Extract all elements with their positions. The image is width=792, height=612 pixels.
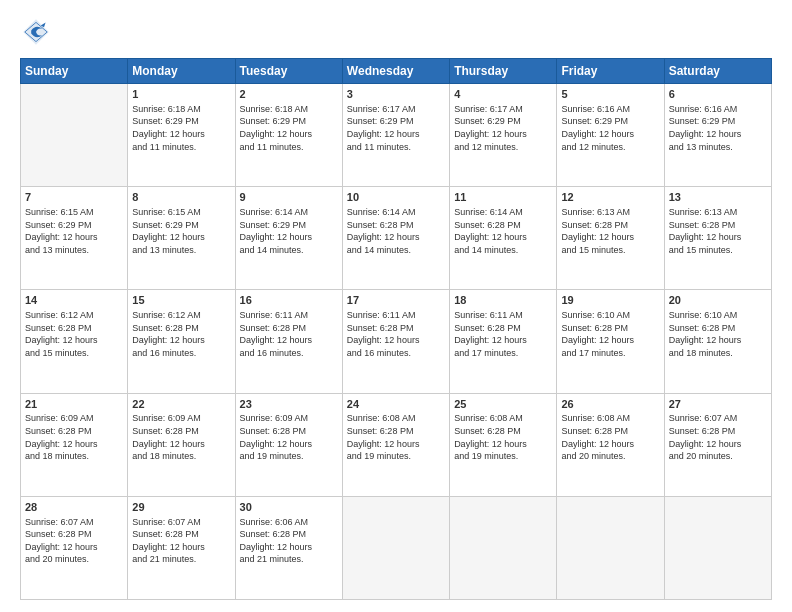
day-info: Sunrise: 6:12 AM Sunset: 6:28 PM Dayligh… xyxy=(132,309,230,359)
day-info: Sunrise: 6:18 AM Sunset: 6:29 PM Dayligh… xyxy=(240,103,338,153)
calendar-cell: 22Sunrise: 6:09 AM Sunset: 6:28 PM Dayli… xyxy=(128,393,235,496)
day-number: 6 xyxy=(669,87,767,102)
day-number: 22 xyxy=(132,397,230,412)
day-info: Sunrise: 6:10 AM Sunset: 6:28 PM Dayligh… xyxy=(669,309,767,359)
day-info: Sunrise: 6:12 AM Sunset: 6:28 PM Dayligh… xyxy=(25,309,123,359)
page: SundayMondayTuesdayWednesdayThursdayFrid… xyxy=(0,0,792,612)
week-row-4: 21Sunrise: 6:09 AM Sunset: 6:28 PM Dayli… xyxy=(21,393,772,496)
day-number: 12 xyxy=(561,190,659,205)
calendar-cell xyxy=(21,84,128,187)
calendar-cell: 18Sunrise: 6:11 AM Sunset: 6:28 PM Dayli… xyxy=(450,290,557,393)
calendar-cell xyxy=(342,496,449,599)
weekday-header-saturday: Saturday xyxy=(664,59,771,84)
calendar-cell: 30Sunrise: 6:06 AM Sunset: 6:28 PM Dayli… xyxy=(235,496,342,599)
day-info: Sunrise: 6:06 AM Sunset: 6:28 PM Dayligh… xyxy=(240,516,338,566)
day-number: 1 xyxy=(132,87,230,102)
day-info: Sunrise: 6:16 AM Sunset: 6:29 PM Dayligh… xyxy=(561,103,659,153)
calendar-cell: 16Sunrise: 6:11 AM Sunset: 6:28 PM Dayli… xyxy=(235,290,342,393)
calendar-cell: 10Sunrise: 6:14 AM Sunset: 6:28 PM Dayli… xyxy=(342,187,449,290)
calendar-cell: 2Sunrise: 6:18 AM Sunset: 6:29 PM Daylig… xyxy=(235,84,342,187)
day-info: Sunrise: 6:09 AM Sunset: 6:28 PM Dayligh… xyxy=(132,412,230,462)
calendar-cell: 24Sunrise: 6:08 AM Sunset: 6:28 PM Dayli… xyxy=(342,393,449,496)
calendar-cell: 14Sunrise: 6:12 AM Sunset: 6:28 PM Dayli… xyxy=(21,290,128,393)
weekday-header-row: SundayMondayTuesdayWednesdayThursdayFrid… xyxy=(21,59,772,84)
day-info: Sunrise: 6:08 AM Sunset: 6:28 PM Dayligh… xyxy=(454,412,552,462)
calendar-cell: 15Sunrise: 6:12 AM Sunset: 6:28 PM Dayli… xyxy=(128,290,235,393)
day-number: 5 xyxy=(561,87,659,102)
day-number: 26 xyxy=(561,397,659,412)
calendar-cell xyxy=(557,496,664,599)
day-number: 4 xyxy=(454,87,552,102)
logo xyxy=(20,16,56,48)
day-info: Sunrise: 6:14 AM Sunset: 6:28 PM Dayligh… xyxy=(347,206,445,256)
calendar-cell: 9Sunrise: 6:14 AM Sunset: 6:29 PM Daylig… xyxy=(235,187,342,290)
day-number: 23 xyxy=(240,397,338,412)
day-number: 7 xyxy=(25,190,123,205)
day-number: 14 xyxy=(25,293,123,308)
calendar-cell: 4Sunrise: 6:17 AM Sunset: 6:29 PM Daylig… xyxy=(450,84,557,187)
calendar-cell: 3Sunrise: 6:17 AM Sunset: 6:29 PM Daylig… xyxy=(342,84,449,187)
calendar-cell: 25Sunrise: 6:08 AM Sunset: 6:28 PM Dayli… xyxy=(450,393,557,496)
day-number: 15 xyxy=(132,293,230,308)
calendar-cell: 13Sunrise: 6:13 AM Sunset: 6:28 PM Dayli… xyxy=(664,187,771,290)
day-number: 24 xyxy=(347,397,445,412)
week-row-5: 28Sunrise: 6:07 AM Sunset: 6:28 PM Dayli… xyxy=(21,496,772,599)
day-number: 10 xyxy=(347,190,445,205)
day-info: Sunrise: 6:08 AM Sunset: 6:28 PM Dayligh… xyxy=(561,412,659,462)
calendar-cell xyxy=(664,496,771,599)
week-row-3: 14Sunrise: 6:12 AM Sunset: 6:28 PM Dayli… xyxy=(21,290,772,393)
day-number: 13 xyxy=(669,190,767,205)
day-info: Sunrise: 6:11 AM Sunset: 6:28 PM Dayligh… xyxy=(454,309,552,359)
day-number: 16 xyxy=(240,293,338,308)
day-number: 28 xyxy=(25,500,123,515)
day-info: Sunrise: 6:16 AM Sunset: 6:29 PM Dayligh… xyxy=(669,103,767,153)
day-info: Sunrise: 6:07 AM Sunset: 6:28 PM Dayligh… xyxy=(25,516,123,566)
calendar-cell: 17Sunrise: 6:11 AM Sunset: 6:28 PM Dayli… xyxy=(342,290,449,393)
calendar-cell: 19Sunrise: 6:10 AM Sunset: 6:28 PM Dayli… xyxy=(557,290,664,393)
day-number: 29 xyxy=(132,500,230,515)
calendar-cell: 27Sunrise: 6:07 AM Sunset: 6:28 PM Dayli… xyxy=(664,393,771,496)
header xyxy=(20,16,772,48)
calendar-cell xyxy=(450,496,557,599)
day-number: 30 xyxy=(240,500,338,515)
calendar-cell: 21Sunrise: 6:09 AM Sunset: 6:28 PM Dayli… xyxy=(21,393,128,496)
calendar-cell: 6Sunrise: 6:16 AM Sunset: 6:29 PM Daylig… xyxy=(664,84,771,187)
day-info: Sunrise: 6:09 AM Sunset: 6:28 PM Dayligh… xyxy=(25,412,123,462)
weekday-header-wednesday: Wednesday xyxy=(342,59,449,84)
day-info: Sunrise: 6:11 AM Sunset: 6:28 PM Dayligh… xyxy=(347,309,445,359)
week-row-2: 7Sunrise: 6:15 AM Sunset: 6:29 PM Daylig… xyxy=(21,187,772,290)
day-info: Sunrise: 6:10 AM Sunset: 6:28 PM Dayligh… xyxy=(561,309,659,359)
day-info: Sunrise: 6:14 AM Sunset: 6:28 PM Dayligh… xyxy=(454,206,552,256)
calendar-table: SundayMondayTuesdayWednesdayThursdayFrid… xyxy=(20,58,772,600)
day-info: Sunrise: 6:13 AM Sunset: 6:28 PM Dayligh… xyxy=(561,206,659,256)
calendar-cell: 11Sunrise: 6:14 AM Sunset: 6:28 PM Dayli… xyxy=(450,187,557,290)
day-number: 25 xyxy=(454,397,552,412)
calendar-cell: 26Sunrise: 6:08 AM Sunset: 6:28 PM Dayli… xyxy=(557,393,664,496)
day-number: 3 xyxy=(347,87,445,102)
day-number: 8 xyxy=(132,190,230,205)
day-info: Sunrise: 6:13 AM Sunset: 6:28 PM Dayligh… xyxy=(669,206,767,256)
weekday-header-monday: Monday xyxy=(128,59,235,84)
day-info: Sunrise: 6:17 AM Sunset: 6:29 PM Dayligh… xyxy=(454,103,552,153)
weekday-header-friday: Friday xyxy=(557,59,664,84)
day-info: Sunrise: 6:07 AM Sunset: 6:28 PM Dayligh… xyxy=(669,412,767,462)
day-info: Sunrise: 6:11 AM Sunset: 6:28 PM Dayligh… xyxy=(240,309,338,359)
day-number: 19 xyxy=(561,293,659,308)
day-info: Sunrise: 6:09 AM Sunset: 6:28 PM Dayligh… xyxy=(240,412,338,462)
day-number: 20 xyxy=(669,293,767,308)
week-row-1: 1Sunrise: 6:18 AM Sunset: 6:29 PM Daylig… xyxy=(21,84,772,187)
calendar-cell: 29Sunrise: 6:07 AM Sunset: 6:28 PM Dayli… xyxy=(128,496,235,599)
calendar-cell: 20Sunrise: 6:10 AM Sunset: 6:28 PM Dayli… xyxy=(664,290,771,393)
day-info: Sunrise: 6:15 AM Sunset: 6:29 PM Dayligh… xyxy=(132,206,230,256)
day-number: 9 xyxy=(240,190,338,205)
calendar-cell: 12Sunrise: 6:13 AM Sunset: 6:28 PM Dayli… xyxy=(557,187,664,290)
day-info: Sunrise: 6:14 AM Sunset: 6:29 PM Dayligh… xyxy=(240,206,338,256)
calendar-cell: 7Sunrise: 6:15 AM Sunset: 6:29 PM Daylig… xyxy=(21,187,128,290)
day-number: 21 xyxy=(25,397,123,412)
day-number: 2 xyxy=(240,87,338,102)
calendar-cell: 8Sunrise: 6:15 AM Sunset: 6:29 PM Daylig… xyxy=(128,187,235,290)
day-info: Sunrise: 6:15 AM Sunset: 6:29 PM Dayligh… xyxy=(25,206,123,256)
day-number: 11 xyxy=(454,190,552,205)
calendar-cell: 5Sunrise: 6:16 AM Sunset: 6:29 PM Daylig… xyxy=(557,84,664,187)
weekday-header-thursday: Thursday xyxy=(450,59,557,84)
